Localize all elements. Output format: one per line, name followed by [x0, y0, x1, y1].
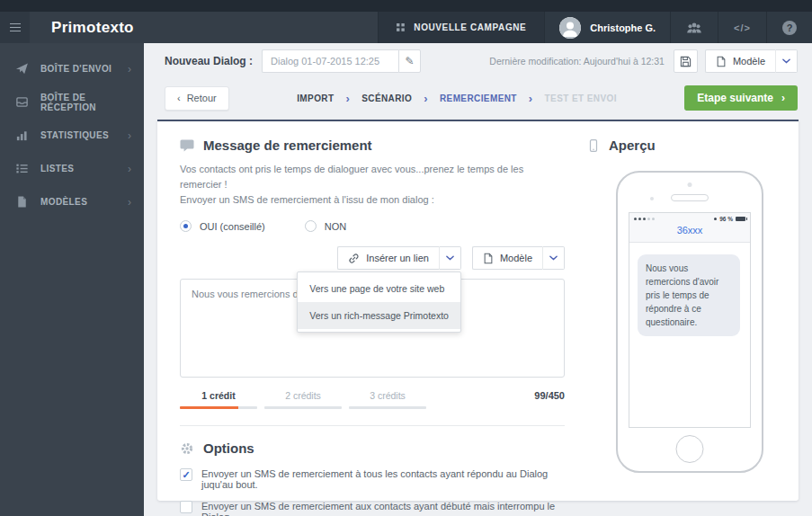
edit-dialog-name-button[interactable]: ✎: [398, 49, 421, 73]
phone-header: 96 % 36xxx: [629, 213, 750, 243]
phone-message-area: Nous vous remercions d'avoir pris le tem…: [629, 243, 750, 427]
new-campaign-button[interactable]: NOUVELLE CAMPAGNE: [378, 12, 544, 43]
message-section-title-row: Message de remerciement: [180, 138, 565, 153]
bluetooth-icon: [714, 218, 717, 220]
step-import[interactable]: IMPORT: [297, 93, 334, 103]
sidebar-item-label: MODÈLES: [40, 197, 116, 207]
chevron-right-icon: ›: [128, 197, 131, 208]
preview-section-title-row: Aperçu: [587, 138, 781, 153]
avatar: [559, 17, 581, 39]
preview-section: Aperçu 96 %: [587, 121, 781, 501]
message-model-button[interactable]: Modèle: [472, 246, 542, 270]
phone-icon: [587, 138, 600, 153]
section-divider: [180, 425, 565, 426]
chevron-right-icon: ›: [128, 164, 131, 174]
sidebar-item-label: STATISTIQUES: [40, 130, 116, 140]
insert-link-button[interactable]: Insérer un lien: [337, 246, 439, 270]
app-logo[interactable]: Primotexto: [30, 12, 134, 43]
model-split-button: Modèle: [705, 49, 798, 73]
credit-tab-1[interactable]: 1 crédit: [180, 387, 257, 409]
dialog-name-label: Nouveau Dialog :: [165, 55, 253, 67]
dialog-name-input[interactable]: [262, 49, 398, 73]
document-icon: [716, 56, 727, 67]
radio-oui[interactable]: OUI (conseillé): [180, 220, 265, 232]
battery-status: 96 %: [714, 216, 745, 222]
model-dropdown-toggle[interactable]: [775, 49, 798, 73]
radio-oui-label: OUI (conseillé): [200, 221, 265, 232]
next-step-button[interactable]: Etape suivante ›: [684, 85, 798, 111]
options-section-title-row: Options: [180, 440, 565, 456]
menu-toggle-button[interactable]: [0, 12, 30, 43]
message-section-title: Message de remerciement: [203, 138, 372, 153]
option-checkbox-row-1[interactable]: ✓ Envoyer un SMS de remerciement à tous …: [180, 468, 565, 490]
code-icon: </>: [734, 22, 751, 33]
step-separator-icon: ›: [424, 93, 428, 104]
dropdown-item-site-web[interactable]: Vers une page de votre site web: [298, 275, 460, 302]
sidebar: BOÎTE D'ENVOI › BOÎTE DE RÉCEPTION STATI…: [0, 43, 144, 516]
insert-link-split-button: Insérer un lien Vers une page de votre s…: [337, 246, 461, 270]
phone-home-button: [676, 435, 704, 463]
back-button-label: Retour: [187, 93, 217, 103]
signal-strength-icon: [634, 218, 655, 220]
step-scenario[interactable]: SCÉNARIO: [361, 93, 412, 103]
navbar-actions: NOUVELLE CAMPAGNE Christophe G. </> ?: [378, 12, 812, 43]
credit-tab-3[interactable]: 3 crédits: [349, 387, 426, 409]
insert-link-dropdown-toggle[interactable]: [439, 246, 461, 270]
chevron-right-icon: ›: [128, 64, 131, 75]
model-button-label: Modèle: [733, 56, 765, 67]
dropdown-item-rich-message[interactable]: Vers un rich-message Primotexto: [298, 302, 460, 329]
checkbox-unchecked-icon: [180, 501, 192, 513]
save-button[interactable]: [674, 49, 698, 73]
help-icon: ?: [782, 21, 797, 35]
message-model-dropdown-toggle[interactable]: [542, 246, 565, 270]
credit-tab-1-label: 1 crédit: [201, 390, 235, 401]
char-counter: 99/450: [534, 387, 565, 401]
radio-non[interactable]: NON: [305, 220, 346, 232]
phone-mockup: 96 % 36xxx Nous vous remercions d'avoir …: [616, 171, 763, 473]
pencil-icon: ✎: [405, 55, 414, 67]
step-separator-icon: ›: [529, 93, 533, 104]
document-icon: [483, 253, 494, 264]
sidebar-item-boite-reception[interactable]: BOÎTE DE RÉCEPTION: [0, 85, 144, 119]
radio-unselected-icon: [305, 220, 317, 232]
intro-line-1: Vos contacts ont pris le temps de dialog…: [180, 164, 523, 190]
phone-screen: 96 % 36xxx Nous vous remercions d'avoir …: [629, 212, 751, 428]
message-section: Message de remerciement Vos contacts ont…: [180, 121, 565, 516]
main-area: Nouveau Dialog : ✎ Dernière modification…: [144, 43, 812, 516]
option-checkbox-row-2[interactable]: Envoyer un SMS de remerciement aux conta…: [180, 501, 565, 516]
file-icon: [15, 195, 29, 209]
new-campaign-label: NOUVELLE CAMPAGNE: [414, 22, 526, 32]
back-button[interactable]: ‹ Retour: [165, 86, 229, 111]
insert-link-dropdown-menu: Vers une page de votre site web Vers un …: [297, 271, 461, 333]
api-button[interactable]: </>: [718, 12, 766, 43]
sidebar-item-statistiques[interactable]: STATISTIQUES ›: [0, 119, 144, 152]
phone-status-bar: 96 %: [634, 216, 745, 222]
user-name: Christophe G.: [590, 22, 656, 33]
dialog-toolbar-right: Dernière modification: Aujourd'hui à 12:…: [489, 49, 798, 73]
step-remerciement[interactable]: REMERCIEMENT: [440, 93, 517, 103]
radio-selected-icon: [180, 220, 192, 232]
sidebar-item-modeles[interactable]: MODÈLES ›: [0, 185, 144, 218]
model-button[interactable]: Modèle: [705, 49, 775, 73]
credit-tabs: 1 crédit 2 crédits 3 crédits 99/450: [180, 387, 565, 409]
credit-tab-2[interactable]: 2 crédits: [264, 387, 342, 409]
message-model-split-button: Modèle: [472, 246, 565, 270]
chevron-right-icon: ›: [128, 130, 131, 141]
phone-camera-icon: [688, 182, 692, 187]
help-button[interactable]: ?: [766, 12, 812, 43]
gear-icon: [180, 441, 194, 456]
last-modified-text: Dernière modification: Aujourd'hui à 12:…: [489, 56, 665, 67]
user-menu[interactable]: Christophe G.: [544, 12, 670, 43]
steps-bar: ‹ Retour IMPORT › SCÉNARIO › REMERCIEMEN…: [144, 79, 812, 117]
contacts-button[interactable]: [670, 12, 718, 43]
navbar: Primotexto NOUVELLE CAMPAGNE Christophe …: [0, 12, 812, 43]
next-step-label: Etape suivante: [697, 92, 773, 104]
credit-bar: [264, 406, 342, 409]
back-chevron-icon: ‹: [177, 93, 181, 103]
sidebar-item-listes[interactable]: LISTES ›: [0, 152, 144, 185]
content-card: Message de remerciement Vos contacts ont…: [157, 120, 799, 501]
sidebar-item-boite-envoi[interactable]: BOÎTE D'ENVOI ›: [0, 52, 144, 85]
credit-bar: [180, 406, 257, 409]
intro-text: Vos contacts ont pris le temps de dialog…: [180, 162, 565, 208]
sms-sender-number: 36xxx: [634, 222, 745, 242]
